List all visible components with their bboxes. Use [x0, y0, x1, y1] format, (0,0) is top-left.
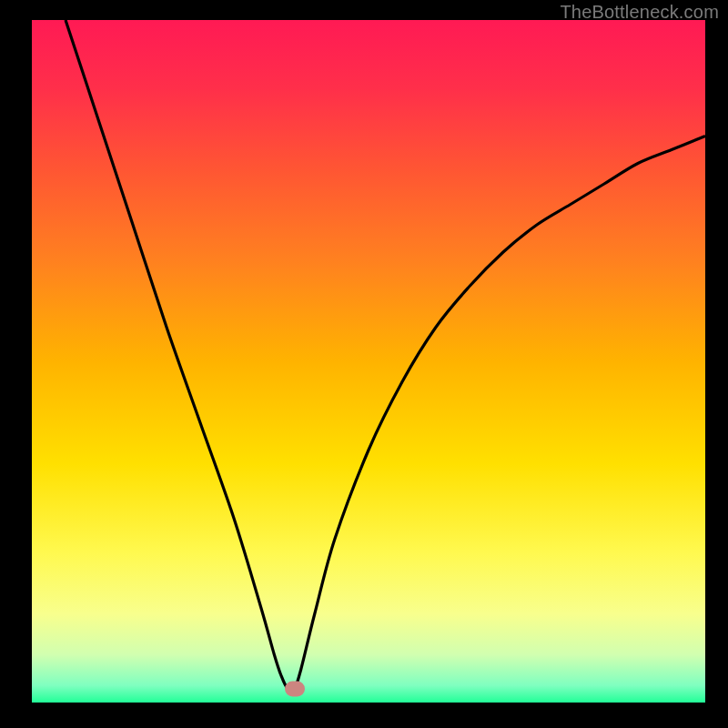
- plot-area: [32, 20, 705, 703]
- minimum-marker: [285, 682, 305, 697]
- curve-layer: [32, 20, 705, 703]
- bottleneck-curve: [66, 20, 705, 691]
- chart-frame: TheBottleneck.com: [0, 0, 728, 728]
- watermark-text: TheBottleneck.com: [560, 2, 719, 23]
